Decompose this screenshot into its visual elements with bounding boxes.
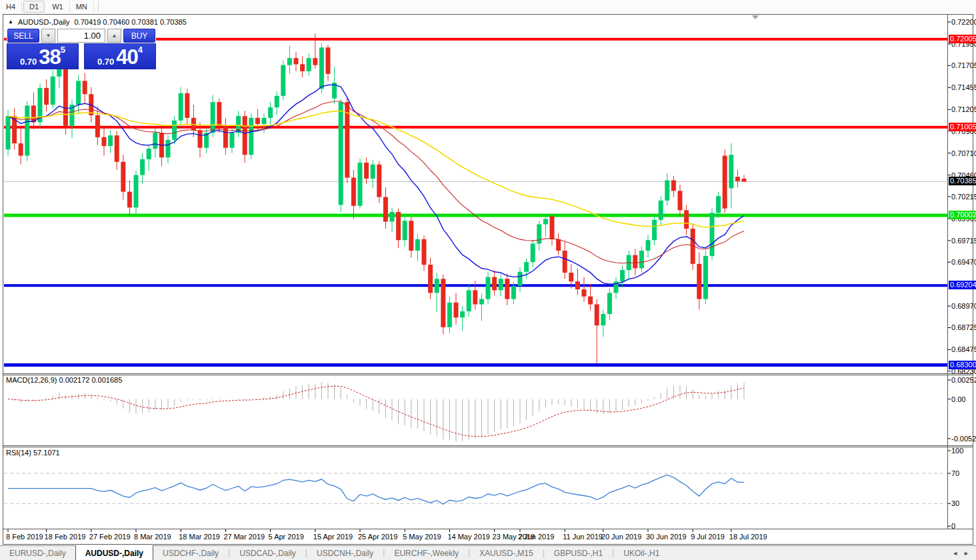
buy-price-display[interactable]: 0.70 40 4 [84, 43, 156, 69]
sell-button[interactable]: SELL [7, 29, 39, 43]
price-level-label: 0.72005 [949, 35, 976, 43]
price-level-label: 0.69204 [949, 281, 976, 289]
date-label: 27 Mar 2019 [223, 533, 265, 541]
buy-button[interactable]: BUY [123, 29, 155, 43]
date-label: 27 Feb 2019 [89, 533, 131, 541]
current-price-label: 0.70385 [949, 177, 976, 185]
price-axis-label: 0.70710 [951, 149, 976, 157]
chart-canvas[interactable] [0, 0, 976, 560]
buy-price-prefix: 0.70 [97, 57, 114, 67]
volume-decrease-icon[interactable]: ▼ [41, 29, 55, 43]
macd-scale-label: 0.002524 [951, 376, 976, 384]
volume-input[interactable] [57, 29, 105, 43]
date-label: 5 Apr 2019 [269, 533, 304, 541]
chart-collapse-icon[interactable]: ▲ [8, 19, 13, 25]
rsi-indicator-label: RSI(14) 57.1071 [6, 449, 60, 457]
date-label: 5 May 2019 [403, 533, 441, 541]
one-click-trading-panel: SELL ▼ ▲ BUY 0.70 38 5 0.70 40 4 [7, 28, 156, 69]
chart-title: ▲ AUDUSD-,Daily 0.70419 0.70460 0.70381 … [8, 18, 187, 26]
chart-tab-usdcnh[interactable]: USDCNH-,Daily [307, 546, 383, 560]
tab-scroll-left-icon[interactable]: ◄ [952, 550, 958, 557]
sell-price-display[interactable]: 0.70 38 5 [7, 43, 79, 69]
timeframe-toolbar: H4D1W1MN [0, 0, 976, 13]
date-label: 30 Jun 2019 [646, 533, 687, 541]
date-label: 18 Feb 2019 [45, 533, 86, 541]
date-label: 11 Jun 2019 [563, 533, 603, 541]
macd-scale-label: -0.005234 [951, 435, 976, 443]
price-axis-label: 0.71705 [951, 61, 976, 69]
price-axis-label: 0.69715 [951, 237, 976, 245]
price-axis-label: 0.71455 [951, 83, 976, 91]
sell-price-big: 38 [39, 48, 60, 67]
price-axis-label: 0.69470 [951, 258, 976, 266]
chart-symbol-label: AUDUSD-,Daily [18, 18, 70, 26]
date-label: 2 Jun 2019 [518, 533, 554, 541]
trading-terminal: H4D1W1MN ▲ AUDUSD-,Daily 0.70419 0.70460… [0, 0, 976, 560]
price-axis-label: 0.68725 [951, 323, 976, 331]
price-axis-label: 0.70215 [951, 193, 976, 201]
price-level-label: 0.70002 [949, 211, 976, 219]
macd-indicator-label: MACD(12,26,9) 0.002172 0.001685 [6, 376, 122, 384]
rsi-scale-label: 100 [951, 447, 963, 455]
chart-tab-bar: EURUSD-,DailyAUDUSD-,DailyUSDCHF-,Daily|… [0, 545, 976, 560]
tab-scroll-arrows: ◄► [952, 546, 976, 560]
chart-tab-eurchf[interactable]: EURCHF-,Weekly [385, 546, 467, 560]
timeframe-button-d1[interactable]: D1 [23, 1, 45, 13]
chart-tab-usdcad[interactable]: USDCAD-,Daily [230, 546, 305, 560]
date-label: 18 Mar 2019 [179, 533, 220, 541]
sell-price-pip: 5 [61, 45, 65, 54]
price-axis-label: 0.72200 [951, 18, 976, 26]
date-label: 8 Feb 2019 [6, 533, 43, 541]
timeframe-button-w1[interactable]: W1 [46, 1, 70, 13]
macd-scale-label: 0.00 [951, 395, 965, 403]
price-axis-label: 0.68970 [951, 302, 976, 310]
rsi-scale-label: 30 [951, 499, 959, 507]
chart-tab-audusd[interactable]: AUDUSD-,Daily [75, 545, 153, 560]
date-label: 14 May 2019 [447, 533, 490, 541]
rsi-scale-label: 0 [951, 522, 955, 530]
price-axis-label: 0.71205 [951, 105, 976, 113]
chart-tab-usdchf[interactable]: USDCHF-,Daily [153, 546, 228, 560]
toolbar-divider [98, 1, 99, 12]
chart-tab-gbpusd[interactable]: GBPUSD-,H1 [545, 546, 612, 560]
volume-increase-icon[interactable]: ▲ [107, 29, 121, 43]
date-label: 18 Jul 2019 [729, 533, 767, 541]
chart-tab-ukoil[interactable]: UKOil-,H1 [614, 546, 669, 560]
rsi-scale-label: 70 [951, 469, 959, 477]
date-label: 15 Apr 2019 [313, 533, 353, 541]
date-label: 8 Mar 2019 [134, 533, 171, 541]
tab-scroll-right-icon[interactable]: ► [963, 550, 969, 557]
chart-ohlc-values: 0.70419 0.70460 0.70381 0.70385 [75, 18, 187, 26]
buy-price-big: 40 [116, 48, 137, 67]
timeframe-button-h4[interactable]: H4 [0, 1, 22, 13]
price-axis-label: 0.68475 [951, 345, 976, 353]
chart-tab-eurusd[interactable]: EURUSD-,Daily [0, 546, 75, 560]
timeframe-button-mn[interactable]: MN [70, 1, 94, 13]
price-level-label: 0.68300 [949, 361, 976, 369]
sell-price-prefix: 0.70 [20, 57, 37, 67]
date-label: 20 Jun 2019 [601, 533, 642, 541]
buy-price-pip: 4 [138, 45, 143, 54]
date-label: 25 Apr 2019 [358, 533, 397, 541]
chart-tab-xauusd[interactable]: XAUUSD-,M15 [470, 546, 543, 560]
date-label: 9 Jul 2019 [691, 533, 725, 541]
price-level-label: 0.71005 [949, 123, 976, 131]
